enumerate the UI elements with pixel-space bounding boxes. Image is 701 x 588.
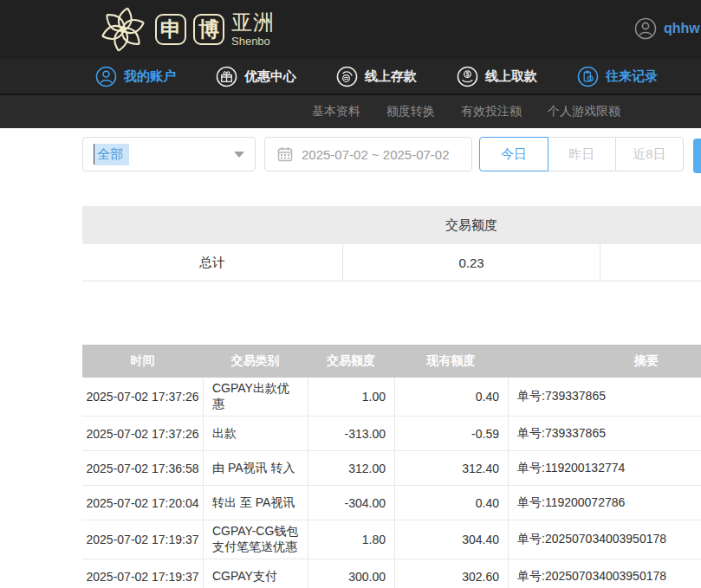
table-cell: 304.40 <box>394 520 508 559</box>
brand-logo[interactable]: 申 博 亚洲 Shenbo <box>98 4 275 55</box>
deposit-icon <box>336 66 358 87</box>
table-cell: 单号:202507034003950178 <box>508 520 701 559</box>
calendar-icon <box>277 146 293 162</box>
sub-nav: 基本资料 额度转换 有效投注额 个人游戏限额 <box>0 94 701 128</box>
column-header-type: 交易类别 <box>203 345 308 378</box>
records-icon <box>577 66 599 87</box>
table-cell: 1.80 <box>308 520 394 559</box>
transactions-table: 时间 交易类别 交易额度 现有额度 摘要 2025-07-02 17:37:26… <box>82 345 701 588</box>
transactions-header-row: 时间 交易类别 交易额度 现有额度 摘要 <box>82 345 701 378</box>
table-cell: 312.40 <box>394 451 508 485</box>
search-button[interactable] <box>693 139 701 173</box>
table-cell: 转出 至 PA视讯 <box>203 486 308 520</box>
username-text: qhhw <box>664 21 700 36</box>
table-cell: 2025-07-02 17:36:58 <box>82 451 203 485</box>
column-header-time: 时间 <box>82 345 203 378</box>
table-row: 2025-07-02 17:20:04转出 至 PA视讯-304.000.40单… <box>82 486 701 520</box>
subnav-item-basic-info[interactable]: 基本资料 <box>312 104 360 120</box>
nav-label: 线上取款 <box>485 68 537 85</box>
subnav-item-valid-bets[interactable]: 有效投注额 <box>461 104 522 120</box>
column-header-balance: 现有额度 <box>394 345 508 378</box>
table-row: 2025-07-02 17:19:37CGPAY-CG钱包支付笔笔送优惠1.80… <box>82 520 701 559</box>
quick-range-group: 今日 昨日 近8日 <box>479 137 684 171</box>
subnav-item-game-limits[interactable]: 个人游戏限额 <box>548 104 620 120</box>
summary-total-row: 总计 0.23 <box>82 244 701 281</box>
nav-item-records[interactable]: 往来记录 <box>577 66 658 87</box>
table-cell: 2025-07-02 17:37:26 <box>82 417 203 450</box>
table-cell: -313.00 <box>308 417 394 450</box>
summary-table: 交易额度 总计 0.23 <box>82 206 701 281</box>
flower-logo-icon <box>98 4 148 55</box>
logo-wordmark: 亚洲 Shenbo <box>231 12 275 47</box>
table-cell: 0.40 <box>394 378 508 416</box>
account-records-page: { "brand": { "cn_box_1": "申", "cn_box_2"… <box>0 0 701 588</box>
table-cell: -304.00 <box>308 486 394 520</box>
table-cell: -0.59 <box>394 417 508 450</box>
table-cell: 单号:739337865 <box>508 378 701 416</box>
table-row: 2025-07-02 17:37:26出款-313.00-0.59单号:7393… <box>82 417 701 451</box>
summary-total-value: 0.23 <box>342 244 600 281</box>
gift-icon <box>216 66 237 87</box>
table-cell: 由 PA视讯 转入 <box>203 451 308 485</box>
nav-item-promotions[interactable]: 优惠中心 <box>216 66 296 87</box>
logo-char-box-shen: 申 <box>155 14 186 45</box>
logo-en-text: Shenbo <box>231 36 275 47</box>
main-nav: 我的账户 优惠中心 线上存款 $ 线上取款 <box>0 59 701 94</box>
summary-total-label: 总计 <box>82 255 342 271</box>
nav-item-withdraw[interactable]: $ 线上取款 <box>457 66 537 87</box>
transactions-body: 2025-07-02 17:37:26CGPAY出款优惠1.000.40单号:7… <box>82 378 701 588</box>
table-cell: 0.40 <box>394 486 508 520</box>
table-cell: CGPAY出款优惠 <box>203 378 308 416</box>
table-cell: 2025-07-02 17:37:26 <box>82 378 203 416</box>
table-cell: 2025-07-02 17:19:37 <box>82 559 203 588</box>
user-icon <box>95 66 117 87</box>
date-range-input[interactable]: 2025-07-02 ~ 2025-07-02 <box>264 137 472 171</box>
table-cell: 302.60 <box>394 559 508 588</box>
table-cell: 单号:119200072786 <box>508 486 701 520</box>
category-select-value: 全部 <box>94 144 129 165</box>
nav-label: 线上存款 <box>365 68 417 85</box>
table-cell: 出款 <box>203 417 308 450</box>
table-row: 2025-07-02 17:19:37CGPAY支付300.00302.60单号… <box>82 559 701 588</box>
subnav-item-credit-transfer[interactable]: 额度转换 <box>386 104 435 120</box>
svg-text:$: $ <box>466 71 470 78</box>
column-header-amount: 交易额度 <box>308 345 394 378</box>
table-cell: 单号:119200132774 <box>508 451 701 485</box>
nav-item-deposit[interactable]: 线上存款 <box>336 66 417 87</box>
nav-label: 往来记录 <box>606 68 658 85</box>
today-button[interactable]: 今日 <box>479 137 548 171</box>
summary-header-row: 交易额度 <box>82 206 701 244</box>
user-account-area[interactable]: qhhw <box>634 17 701 40</box>
nav-item-my-account[interactable]: 我的账户 <box>95 66 176 87</box>
date-range-value: 2025-07-02 ~ 2025-07-02 <box>302 147 450 162</box>
table-cell: 312.00 <box>308 451 394 485</box>
top-bar: 申 博 亚洲 Shenbo qhhw <box>0 0 701 59</box>
filter-bar: 全部 2025-07-02 ~ 2025-07-02 今日 昨日 近8日 <box>82 137 701 171</box>
logo-char-box-bo: 博 <box>193 14 224 45</box>
table-cell: CGPAY支付 <box>203 559 308 588</box>
table-cell: 2025-07-02 17:19:37 <box>82 520 203 559</box>
user-avatar-icon <box>634 17 657 40</box>
yesterday-button[interactable]: 昨日 <box>548 137 616 171</box>
table-row: 2025-07-02 17:37:26CGPAY出款优惠1.000.40单号:7… <box>82 378 701 417</box>
withdraw-icon: $ <box>457 66 478 87</box>
table-cell: 2025-07-02 17:20:04 <box>82 486 203 520</box>
chevron-down-icon <box>234 152 244 158</box>
nav-label: 优惠中心 <box>244 68 296 85</box>
category-select[interactable]: 全部 <box>82 137 256 171</box>
table-row: 2025-07-02 17:36:58由 PA视讯 转入312.00312.40… <box>82 451 701 486</box>
table-cell: 1.00 <box>308 378 394 416</box>
table-cell: 单号:202507034003950178 <box>508 559 701 588</box>
column-header-summary: 摘要 <box>508 345 701 378</box>
last-8-days-button[interactable]: 近8日 <box>615 137 684 171</box>
summary-header-amount: 交易额度 <box>342 206 600 244</box>
table-cell: 300.00 <box>308 559 394 588</box>
table-cell: CGPAY-CG钱包支付笔笔送优惠 <box>203 520 308 559</box>
nav-label: 我的账户 <box>124 68 176 85</box>
logo-region-text: 亚洲 <box>231 12 275 33</box>
table-cell: 单号:739337865 <box>508 417 701 450</box>
